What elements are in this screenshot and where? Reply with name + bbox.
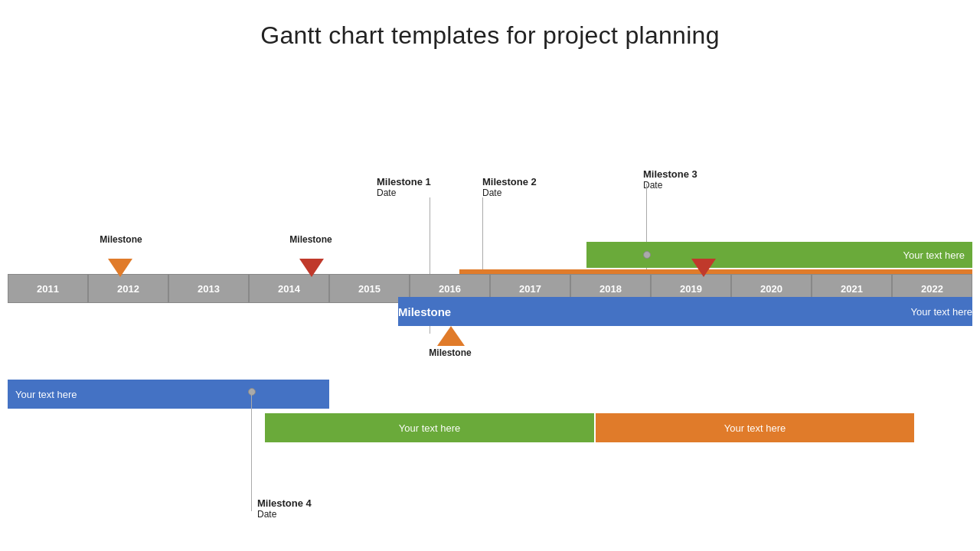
milestone-2014-label: Milestone: [289, 234, 332, 245]
milestone-2012-label: Milestone: [100, 234, 142, 245]
year-2013: 2013: [168, 274, 249, 303]
chart-area: Milestone 1 Date Milestone 2 Date Milest…: [8, 84, 972, 528]
dot-green: [643, 251, 651, 259]
year-2011: 2011: [8, 274, 88, 303]
milestone-1-label: Milestone 1 Date: [377, 176, 431, 198]
year-2014: 2014: [249, 274, 329, 303]
milestone-2014-triangle: [299, 259, 324, 277]
bar-green-bottom: Your text here: [265, 413, 594, 442]
bar-blue-top: MilestoneYour text here: [398, 297, 972, 326]
milestone-4-vline: [251, 389, 252, 511]
milestone-2-label: Milestone 2 Date: [482, 176, 537, 198]
milestone-3-label: Milestone 3 Date: [643, 168, 697, 191]
bar-orange-bottom: Your text here: [596, 413, 914, 442]
milestone-2012-triangle: [108, 259, 132, 277]
year-2012: 2012: [88, 274, 168, 303]
milestone-2019-triangle: [691, 259, 716, 277]
milestone-2016-triangle: [437, 326, 465, 346]
milestone-4-label: Milestone 4 Date: [257, 497, 312, 520]
bar-blue-bottom: Your text here: [8, 380, 329, 409]
dot-blue-bottom: [248, 388, 256, 396]
page-title: Gantt chart templates for project planni…: [0, 0, 980, 50]
milestone-2016-label: Milestone: [429, 347, 471, 358]
